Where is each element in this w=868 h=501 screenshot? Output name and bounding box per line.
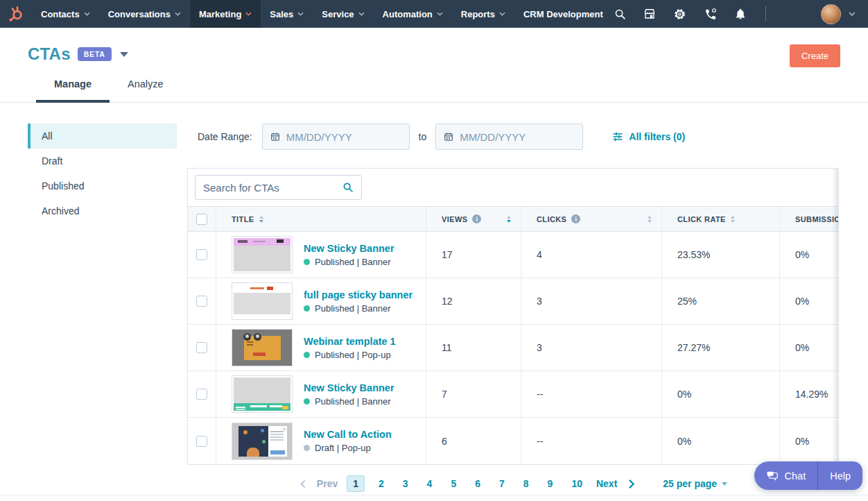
column-header-clicks[interactable]: CLICKS — [521, 207, 661, 231]
help-button[interactable]: Help — [818, 461, 862, 490]
page-number-8[interactable]: 8 — [519, 475, 534, 492]
table-scroll-area[interactable]: TITLE VIEWS — [188, 206, 838, 464]
info-icon[interactable] — [472, 214, 481, 223]
cta-thumbnail[interactable] — [232, 282, 293, 320]
cta-thumbnail[interactable] — [232, 375, 293, 413]
sort-arrows-icon[interactable] — [259, 216, 263, 223]
page-number-6[interactable]: 6 — [470, 475, 485, 492]
chevron-right-icon[interactable] — [626, 479, 636, 489]
sort-arrows-icon[interactable] — [507, 216, 511, 223]
click-rate-value: 0% — [661, 371, 779, 417]
row-checkbox[interactable] — [196, 342, 207, 353]
column-header-views[interactable]: VIEWS — [426, 207, 521, 231]
search-input[interactable] — [203, 182, 342, 194]
tab-bar: Manage Analyze — [0, 78, 868, 103]
page-number-4[interactable]: 4 — [422, 475, 437, 492]
info-icon[interactable] — [571, 214, 580, 223]
nav-item-contacts[interactable]: Contacts — [32, 0, 99, 28]
marketplace-icon — [643, 8, 656, 20]
row-checkbox[interactable] — [196, 436, 207, 447]
page-number-10[interactable]: 10 — [566, 475, 587, 492]
user-avatar[interactable] — [821, 4, 841, 24]
submissions-value: 0% — [779, 232, 838, 278]
settings-button[interactable] — [673, 8, 686, 21]
views-value: 6 — [426, 418, 521, 464]
page-number-2[interactable]: 2 — [374, 475, 389, 492]
nav-item-crm-development[interactable]: CRM Development — [514, 0, 612, 28]
pagination-bar: Prev 1 2 3 4 5 6 7 8 9 10 Next 25 per pa… — [187, 475, 839, 492]
beta-badge: BETA — [78, 47, 112, 61]
hubspot-logo[interactable] — [0, 0, 32, 28]
cta-thumbnail[interactable]: × — [232, 423, 293, 460]
cta-search-field[interactable] — [195, 175, 362, 200]
search-icon — [614, 8, 626, 20]
sort-arrows-icon[interactable] — [731, 216, 735, 223]
start-date-field[interactable] — [262, 124, 410, 150]
cta-title-link[interactable]: New Sticky Banner — [304, 243, 394, 254]
cta-title-link[interactable]: New Sticky Banner — [304, 382, 394, 393]
end-date-field[interactable] — [435, 124, 583, 150]
create-button[interactable]: Create — [790, 44, 840, 67]
row-checkbox[interactable] — [196, 249, 207, 260]
chevron-down-icon[interactable] — [849, 12, 856, 16]
chat-button[interactable]: Chat — [754, 461, 818, 490]
nav-item-sales[interactable]: Sales — [261, 0, 313, 28]
column-header-click-rate[interactable]: CLICK RATE — [661, 207, 779, 231]
sort-arrows-icon[interactable] — [648, 216, 652, 223]
column-header-title[interactable]: TITLE — [216, 207, 426, 231]
tab-manage[interactable]: Manage — [36, 78, 110, 103]
chevron-down-icon — [175, 12, 181, 16]
chevron-left-icon[interactable] — [299, 479, 308, 489]
table-row: × New Call to Action Draft | Pop-up 6 --… — [188, 418, 838, 464]
nav-item-conversations[interactable]: Conversations — [99, 0, 190, 28]
chevron-down-icon — [358, 12, 365, 16]
row-checkbox[interactable] — [196, 296, 207, 307]
page-number-7[interactable]: 7 — [494, 475, 510, 492]
title-dropdown-icon[interactable] — [120, 52, 128, 57]
sidebar-item-draft[interactable]: Draft — [28, 148, 177, 173]
sidebar-item-archived[interactable]: Archived — [28, 198, 177, 223]
search-button[interactable] — [614, 8, 626, 20]
status-text: Published | Banner — [315, 303, 391, 314]
cta-title-link[interactable]: Webinar template 1 — [304, 336, 396, 347]
nav-item-marketing[interactable]: Marketing — [190, 0, 261, 28]
cta-title-link[interactable]: full page sticky banner — [304, 289, 413, 300]
status-dot — [304, 352, 310, 358]
views-value: 11 — [426, 325, 521, 371]
status-filter-sidebar: All Draft Published Archived — [28, 124, 177, 492]
views-value: 12 — [426, 278, 521, 324]
status-text: Published | Banner — [315, 396, 391, 407]
all-filters-button[interactable]: All filters (0) — [612, 131, 685, 142]
page-number-9[interactable]: 9 — [543, 475, 558, 492]
select-all-checkbox[interactable] — [196, 214, 207, 225]
column-header-submissions[interactable]: SUBMISSIONS — [779, 207, 838, 231]
chevron-down-icon — [437, 12, 443, 16]
page-number-5[interactable]: 5 — [446, 475, 461, 492]
submissions-value: 14.29% — [779, 371, 838, 417]
per-page-select[interactable]: 25 per page — [663, 478, 727, 489]
prev-page-button[interactable]: Prev — [317, 478, 338, 489]
calling-button[interactable] — [704, 8, 717, 21]
sidebar-item-published[interactable]: Published — [28, 173, 177, 198]
tab-analyze[interactable]: Analyze — [110, 78, 182, 102]
next-page-button[interactable]: Next — [596, 478, 617, 489]
end-date-input[interactable] — [460, 131, 575, 143]
nav-item-service[interactable]: Service — [313, 0, 373, 28]
cta-title-link[interactable]: New Call to Action — [304, 429, 392, 440]
cta-thumbnail[interactable] — [232, 236, 293, 273]
status-dot — [304, 259, 310, 265]
submissions-value: 0% — [779, 325, 838, 371]
table-row: Webinar template 1 Published | Pop-up 11… — [188, 325, 838, 371]
status-dot — [304, 445, 310, 451]
notifications-button[interactable] — [734, 8, 747, 20]
page-number-1[interactable]: 1 — [347, 475, 365, 492]
start-date-input[interactable] — [286, 131, 401, 143]
page-number-3[interactable]: 3 — [398, 475, 413, 492]
cta-thumbnail[interactable] — [232, 329, 293, 366]
row-checkbox[interactable] — [196, 389, 207, 400]
sidebar-item-all[interactable]: All — [28, 124, 177, 148]
search-icon[interactable] — [342, 182, 354, 193]
nav-item-automation[interactable]: Automation — [374, 0, 452, 28]
marketplace-button[interactable] — [643, 8, 656, 20]
nav-item-reports[interactable]: Reports — [452, 0, 514, 28]
